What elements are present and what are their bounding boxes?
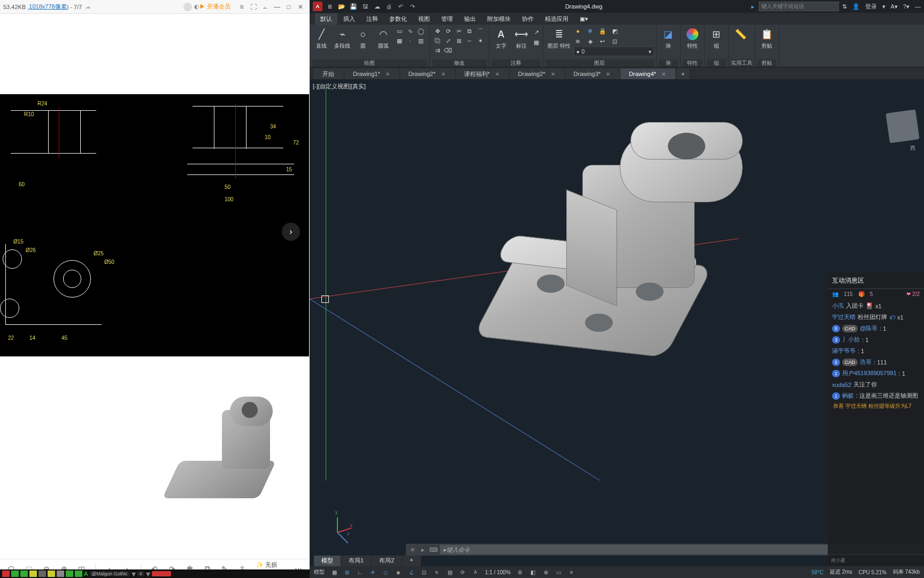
rotate-icon[interactable]: ⟳ (444, 27, 452, 35)
props-tool[interactable]: 特性 (683, 26, 702, 51)
trim-icon[interactable]: ✂ (455, 27, 463, 35)
add-layout-button[interactable]: + (402, 556, 421, 566)
model-3d[interactable] (417, 106, 748, 390)
tb-app7[interactable] (57, 571, 64, 577)
layer-props-button[interactable]: ≣图层 特性 (545, 26, 573, 51)
polyline-tool[interactable]: ⌁多段线 (332, 26, 352, 51)
tb-app8[interactable] (66, 571, 73, 577)
login-button[interactable]: 登录 (865, 3, 877, 11)
help-icon[interactable]: ?▾ (903, 3, 910, 10)
ucs-icon[interactable]: y x z (331, 513, 358, 539)
grid-icon[interactable]: ▦ (329, 567, 340, 577)
doc-tab-2[interactable]: Drawing2*✕ (400, 69, 456, 79)
point-icon[interactable]: · (406, 36, 414, 45)
doc-tab-3[interactable]: 课程福利*✕ (456, 69, 510, 79)
layer-state-icon[interactable]: ⊡ (611, 37, 619, 45)
group-tool[interactable]: ⊞组 (707, 26, 726, 51)
window-min-icon[interactable]: — (915, 3, 921, 10)
viewport-label[interactable]: [-][自定义视图][真实] (313, 82, 366, 90)
maximize-icon[interactable]: □ (283, 2, 295, 12)
close-icon[interactable]: ✕ (551, 71, 555, 77)
anno-icon[interactable]: Ａ (470, 567, 481, 577)
otrack-icon[interactable]: ∠ (406, 567, 417, 577)
ellipse-icon[interactable]: ◯ (417, 27, 425, 35)
cmd-expand-icon[interactable]: ▸ (419, 546, 427, 553)
layer-iso-icon[interactable]: ◈ (586, 37, 595, 45)
3dosnap-icon[interactable]: ◈ (393, 567, 404, 577)
table-icon[interactable]: ▦ (532, 38, 541, 47)
layer-lock-icon[interactable]: 🔒 (598, 27, 607, 35)
next-image-button[interactable]: › (282, 223, 300, 241)
tab-expand-icon[interactable]: ▣▾ (574, 14, 594, 24)
tb-app9[interactable] (75, 571, 82, 577)
redo-icon[interactable]: ↷ (408, 2, 417, 11)
move-icon[interactable]: ✥ (433, 27, 442, 35)
spline-icon[interactable]: ∿ (406, 27, 414, 35)
scale-indicator[interactable]: 1:1 / 100% (483, 569, 513, 575)
copy-icon[interactable]: ⿻ (433, 36, 442, 45)
polar-icon[interactable]: ✛ (367, 567, 378, 577)
ortho-icon[interactable]: ∟ (355, 567, 365, 577)
rect-icon[interactable]: ▭ (395, 27, 404, 35)
cart-icon[interactable]: ▾ (882, 3, 886, 10)
search-input[interactable]: 键入关键字或短语 (759, 2, 839, 11)
model-tab[interactable]: 模型 (314, 556, 341, 566)
clean-icon[interactable]: ▭ (553, 567, 564, 577)
tab-output[interactable]: 输出 (459, 13, 481, 25)
undo-icon[interactable]: ↶ (396, 2, 405, 11)
layout2-tab[interactable]: 布局2 (372, 556, 402, 566)
line-tool[interactable]: ╱直线 (312, 26, 331, 51)
tab-featured[interactable]: 精选应用 (540, 13, 574, 25)
viewer-canvas[interactable]: R24 R10 60 34 10 72 15 50 100 Ø15 Ø26 Ø2… (0, 14, 310, 559)
font-combo[interactable]: @Malgun Gothic (89, 571, 129, 576)
user-icon[interactable]: 👤 (852, 3, 860, 10)
snap-icon[interactable]: ⊞ (342, 567, 352, 577)
fillet-icon[interactable]: ⌒ (476, 27, 484, 35)
doc-tab-6[interactable]: Drawing4*✕ (620, 69, 676, 79)
tb-app4[interactable] (29, 571, 37, 577)
layout1-tab[interactable]: 布局1 (341, 556, 372, 566)
text-tool[interactable]: A文字 (491, 26, 511, 51)
doc-tab-4[interactable]: Drawing2*✕ (510, 69, 565, 79)
tab-annotate[interactable]: 注释 (361, 13, 383, 25)
tb-app1[interactable] (2, 571, 10, 577)
moon-icon[interactable]: ◐ (194, 3, 199, 10)
open-icon[interactable]: 📂 (337, 2, 346, 11)
doc-tab-5[interactable]: Drawing3*✕ (565, 69, 621, 79)
plot-icon[interactable]: 🖨 (384, 2, 393, 11)
scale-icon[interactable]: ⤢ (444, 36, 452, 45)
doc-tab-start[interactable]: 开始 (314, 69, 344, 79)
stretch-icon[interactable]: ↔ (465, 36, 474, 45)
tab-parametric[interactable]: 参数化 (384, 13, 412, 25)
num-combo[interactable]: 4 (137, 571, 144, 576)
layer-combo[interactable]: ● 0▾ (574, 47, 654, 56)
new-icon[interactable]: 🗎 (326, 2, 334, 11)
tab-collab[interactable]: 协作 (517, 13, 539, 25)
explode-icon[interactable]: ✶ (476, 36, 484, 45)
dimension-tool[interactable]: ⟷标注 (512, 26, 531, 51)
minimize-icon[interactable]: — (271, 2, 283, 12)
expand-icon[interactable]: ⛶ (248, 2, 259, 12)
leader-icon[interactable]: ↗ (532, 28, 541, 36)
resolution-link[interactable]: 1018x778像素 (29, 3, 66, 11)
tb-app6[interactable] (48, 571, 55, 577)
array-icon[interactable]: ⊞ (455, 36, 463, 45)
pin-icon[interactable]: ⫠ (259, 2, 271, 12)
saveas-icon[interactable]: 🖫 (361, 2, 369, 11)
dyn-icon[interactable]: ⊡ (419, 567, 429, 577)
autocad-logo-icon[interactable]: A (313, 2, 322, 11)
cycle-icon[interactable]: ⟳ (457, 567, 468, 577)
avatar-icon[interactable] (183, 3, 192, 11)
trans-icon[interactable]: ▤ (444, 567, 455, 577)
region-icon[interactable]: ▥ (417, 36, 425, 45)
iso-icon[interactable]: ◧ (528, 567, 538, 577)
share-icon[interactable]: ⇅ (842, 3, 847, 10)
close-icon[interactable]: ✕ (606, 71, 610, 77)
mirror-icon[interactable]: ⧉ (465, 27, 474, 35)
tb-app2[interactable] (11, 571, 19, 577)
measure-tool[interactable]: 📏 (731, 26, 750, 43)
viewcube-face-label[interactable]: 西 (910, 144, 915, 152)
menu-icon[interactable]: ≡ (236, 2, 248, 12)
cloud-icon[interactable]: ☁ (373, 2, 381, 11)
tb-text-icon[interactable]: A (84, 571, 88, 577)
